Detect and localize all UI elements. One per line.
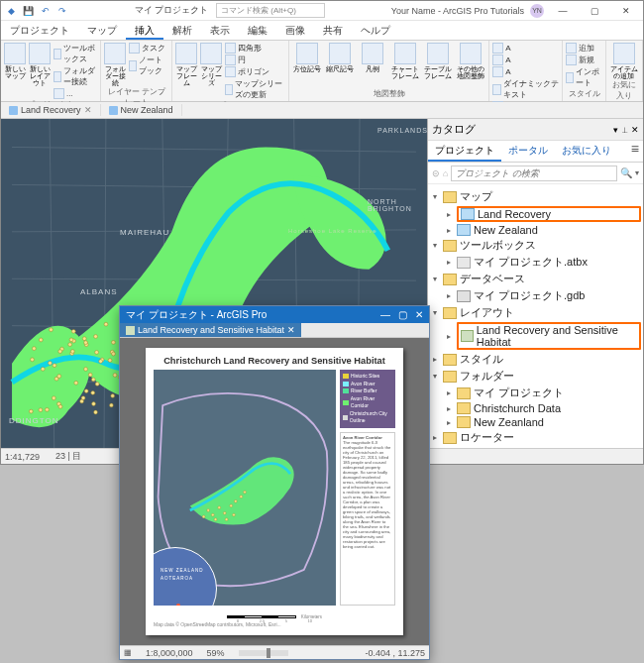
tree-node[interactable]: ▸Christchurch Data bbox=[430, 401, 641, 415]
tree-node[interactable]: ▾データベース bbox=[430, 271, 641, 287]
tree-node[interactable]: ▾フォルダー bbox=[430, 368, 641, 385]
ribbon-small-button[interactable]: ポリゴン bbox=[225, 66, 285, 77]
undo-icon[interactable]: ↶ bbox=[39, 4, 52, 17]
ribbon-small-button[interactable]: ツールボックス bbox=[54, 43, 97, 64]
ribbon-tab-3[interactable]: 解析 bbox=[163, 21, 201, 40]
close-button[interactable]: ✕ bbox=[415, 309, 423, 320]
pin-icon[interactable]: ⟂ bbox=[622, 125, 627, 135]
ribbon-tab-5[interactable]: 編集 bbox=[239, 21, 276, 40]
catalog-search-input[interactable] bbox=[451, 166, 617, 181]
ribbon-tab-1[interactable]: マップ bbox=[78, 21, 126, 40]
catalog-tab[interactable]: お気に入り bbox=[555, 141, 618, 162]
ribbon-tab-7[interactable]: 共有 bbox=[314, 21, 352, 40]
back-icon[interactable]: ⊝ bbox=[432, 168, 440, 178]
tree-node[interactable]: ▾レイアウト bbox=[430, 304, 641, 321]
close-icon[interactable]: ✕ bbox=[631, 125, 639, 135]
svg-point-93 bbox=[233, 513, 236, 516]
ribbon-small-button[interactable]: A bbox=[492, 55, 559, 65]
svg-point-80 bbox=[84, 368, 88, 372]
catalog-tab[interactable]: プロジェクト bbox=[428, 141, 501, 162]
layout-zoom-display[interactable]: 59% bbox=[207, 648, 225, 658]
catalog-title-label: カタログ bbox=[432, 122, 476, 137]
ribbon-tab-6[interactable]: 画像 bbox=[276, 21, 314, 40]
ribbon-button[interactable]: 新しいレイアウト bbox=[29, 43, 51, 86]
tree-node[interactable]: ▸マイ プロジェクト.atbx bbox=[430, 254, 641, 271]
ribbon-group: アイテムの追加お気に入り bbox=[606, 41, 643, 101]
ribbon-small-button[interactable]: タスク bbox=[129, 43, 168, 54]
ribbon-small-button[interactable]: 新規 bbox=[566, 55, 602, 65]
layout-titlebar[interactable]: マイ プロジェクト - ArcGIS Pro — ▢ ✕ bbox=[120, 306, 429, 323]
ribbon-tab-4[interactable]: 表示 bbox=[201, 21, 239, 40]
ribbon-small-button[interactable]: ... bbox=[54, 88, 97, 99]
ribbon-small-button[interactable]: マップシリーズの更新 bbox=[225, 78, 285, 100]
ribbon-small-button[interactable]: インポート bbox=[566, 66, 602, 88]
ribbon-small-button[interactable]: フォルダー接続 bbox=[54, 65, 97, 87]
svg-point-87 bbox=[230, 504, 233, 507]
dropdown-icon[interactable]: ▾ bbox=[613, 125, 618, 135]
home-icon[interactable]: ⌂ bbox=[443, 168, 448, 178]
ribbon-button[interactable]: フォルダー接続 bbox=[104, 43, 126, 86]
tree-node[interactable]: ▸New Zealand bbox=[430, 223, 641, 237]
map-icon bbox=[461, 208, 475, 220]
layout-view-tab[interactable]: Land Recovery and Sensitive Habitat ✕ bbox=[120, 323, 301, 337]
ribbon-small-button[interactable]: 追加 bbox=[566, 43, 602, 54]
ribbon-button[interactable]: アイテムの追加 bbox=[609, 43, 639, 79]
ribbon-tab-0[interactable]: プロジェクト bbox=[1, 21, 78, 40]
hamburger-icon[interactable]: ≡ bbox=[627, 141, 643, 162]
ribbon-button[interactable]: マップフレーム bbox=[175, 43, 197, 86]
maximize-button[interactable]: ▢ bbox=[398, 309, 407, 320]
layout-title-label: マイ プロジェクト - ArcGIS Pro bbox=[126, 308, 267, 322]
close-icon[interactable]: ✕ bbox=[287, 325, 295, 335]
tree-node[interactable]: ▾ツールボックス bbox=[430, 237, 641, 254]
minimize-button[interactable]: — bbox=[380, 309, 390, 320]
close-icon[interactable]: ✕ bbox=[84, 105, 92, 115]
command-search[interactable]: コマンド検索 (Alt+Q) bbox=[216, 3, 325, 18]
tree-node[interactable]: ▾マップ bbox=[430, 188, 641, 205]
ribbon-tab-2[interactable]: 挿入 bbox=[126, 21, 163, 40]
scale-display[interactable]: 1:41,729 bbox=[5, 452, 40, 462]
layout-mapframe[interactable]: NEW ZEALAND AOTEAROA Christchurch bbox=[154, 370, 336, 606]
fld-icon bbox=[457, 402, 471, 414]
ribbon-button[interactable]: 方位記号 bbox=[292, 43, 322, 72]
catalog-tabstrip: プロジェクトポータルお気に入り≡ bbox=[428, 141, 643, 163]
minimize-button[interactable]: — bbox=[550, 3, 576, 19]
story-body: The magnitude 6.3 earthquake that struck… bbox=[343, 440, 390, 550]
ribbon-button[interactable]: チャートフレーム bbox=[390, 43, 420, 79]
close-button[interactable]: ✕ bbox=[613, 3, 639, 19]
ribbon-button[interactable]: 凡例 bbox=[358, 43, 387, 72]
svg-point-66 bbox=[94, 410, 98, 414]
view-tab[interactable]: New Zealand bbox=[101, 104, 182, 116]
search-icon[interactable]: 🔍 bbox=[620, 167, 632, 178]
layout-canvas[interactable]: Christchurch Land Recovery and Sensitive… bbox=[120, 338, 429, 645]
save-icon[interactable]: 💾 bbox=[22, 4, 35, 17]
ribbon-button[interactable]: テーブルフレーム bbox=[423, 43, 453, 79]
tree-node[interactable]: ▸New Zeanland bbox=[430, 415, 641, 429]
redo-icon[interactable]: ↷ bbox=[55, 4, 68, 17]
user-badge[interactable]: YN bbox=[530, 4, 544, 18]
ribbon-small-button[interactable]: ノートブック bbox=[129, 55, 168, 76]
ribbon-small-button[interactable]: 四角形 bbox=[225, 43, 285, 54]
tree-node[interactable]: ▸Land Recovery bbox=[430, 205, 641, 223]
ribbon-tab-8[interactable]: ヘルプ bbox=[352, 21, 399, 40]
tree-node[interactable]: ▸ロケーター bbox=[430, 429, 641, 446]
ribbon-small-button[interactable]: ダイナミックテキスト bbox=[492, 78, 559, 100]
svg-point-83 bbox=[207, 509, 210, 512]
ribbon-button[interactable]: 新しいマップ bbox=[4, 43, 26, 79]
layout-scale-display[interactable]: 1:8,000,000 bbox=[146, 648, 193, 658]
ribbon-small-button[interactable]: A bbox=[492, 66, 559, 77]
tree-node[interactable]: ▸Land Recovery and Sensitive Habitat bbox=[430, 321, 641, 351]
tree-node[interactable]: ▸マイ プロジェクト.gdb bbox=[430, 287, 641, 304]
zoom-slider[interactable] bbox=[239, 650, 288, 656]
tree-node[interactable]: ▸スタイル bbox=[430, 351, 641, 368]
maximize-button[interactable]: ▢ bbox=[582, 3, 607, 19]
catalog-tab[interactable]: ポータル bbox=[501, 141, 555, 162]
ribbon-small-button[interactable]: 円 bbox=[225, 55, 285, 65]
view-tab[interactable]: Land Recovery✕ bbox=[1, 104, 101, 116]
ribbon-button[interactable]: その他の地図整飾 bbox=[456, 43, 485, 79]
tree-node[interactable]: ▸マイ プロジェクト bbox=[430, 385, 641, 401]
search-dropdown-icon[interactable]: ▾ bbox=[635, 168, 639, 177]
ribbon-small-button[interactable]: A bbox=[492, 43, 559, 54]
project-icon[interactable]: ◆ bbox=[5, 4, 18, 17]
ribbon-button[interactable]: 縮尺記号 bbox=[325, 43, 355, 72]
ribbon-button[interactable]: マップシリーズ bbox=[200, 43, 222, 86]
